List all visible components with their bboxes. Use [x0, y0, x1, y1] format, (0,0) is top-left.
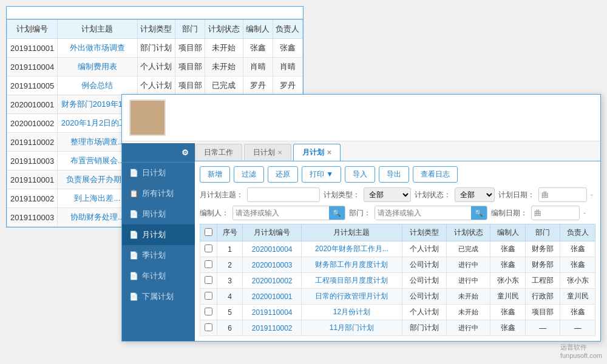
table-cell: 2020010001 [7, 95, 58, 114]
gear-icon[interactable]: ⚙ [181, 148, 189, 157]
table-cell: 个人计划 [402, 241, 446, 257]
sidebar-item-所有计划[interactable]: 📋 所有计划 [122, 183, 195, 204]
tab-close-icon[interactable]: ✕ [277, 149, 282, 156]
data-col-header: 计划类型 [402, 224, 446, 241]
tab-close-icon[interactable]: ✕ [327, 149, 331, 156]
data-col-header [200, 224, 217, 241]
editor-input-group: 🔍 [232, 206, 345, 220]
toolbar-btn-查看日志[interactable]: 查看日志 [413, 166, 458, 183]
row-checkbox[interactable] [205, 323, 212, 331]
toolbar: 新增过滤还原打印 ▼导入导出查看日志 [200, 166, 595, 183]
table-cell[interactable]: 编制费用表 [58, 58, 137, 76]
table-cell: 肖晴 [243, 58, 273, 76]
subject-input[interactable] [247, 187, 320, 202]
table-cell: 个人计划 [402, 305, 446, 320]
plan-icon: 📄 [129, 210, 138, 218]
status-select[interactable]: 全部未开始进行中已完成 [455, 187, 495, 202]
row-checkbox[interactable] [205, 260, 212, 268]
row-checkbox[interactable] [205, 308, 212, 315]
sidebar-item-日计划[interactable]: 📄 日计划 [122, 163, 195, 183]
table-cell: 张鑫 [560, 241, 595, 257]
toolbar-btn-导出[interactable]: 导出 [379, 166, 409, 183]
row-checkbox[interactable] [205, 292, 212, 300]
bg-col-header: 计划类型 [137, 20, 175, 39]
status-label: 计划状态： [415, 190, 451, 200]
toolbar-btn-导入[interactable]: 导入 [345, 166, 375, 183]
table-cell[interactable]: 2019110004 [243, 305, 302, 320]
bg-col-header: 负责人 [273, 20, 302, 39]
tab-label: 月计划 [302, 147, 324, 158]
table-cell: 未开始 [205, 58, 243, 76]
table-cell[interactable]: 11月部门计划 [302, 320, 402, 336]
editor-input[interactable] [233, 206, 329, 220]
table-cell[interactable]: 2020010004 [243, 241, 302, 257]
table-cell: 张鑫 [560, 257, 595, 273]
table-cell: 张鑫 [490, 257, 526, 273]
type-label: 计划类型： [324, 190, 360, 200]
sidebar-item-下属计划[interactable]: 📄 下属计划 [122, 286, 195, 307]
toolbar-btn-过滤[interactable]: 过滤 [234, 166, 264, 183]
toolbar-btn-打印 ▼[interactable]: 打印 ▼ [302, 166, 341, 183]
sidebar-item-月计划[interactable]: 📄 月计划 [122, 224, 195, 245]
table-cell: 4 [217, 289, 243, 305]
table-cell[interactable]: 例会总结 [58, 76, 137, 95]
create-date-start[interactable] [531, 206, 580, 220]
table-cell: 工程部 [525, 273, 560, 289]
table-cell: 2019110004 [7, 58, 58, 76]
table-cell[interactable]: 12月份计划 [302, 305, 402, 320]
table-cell[interactable]: 2019110002 [243, 320, 302, 336]
watermark: 远普软件funpusoft.com [560, 343, 602, 359]
dept-search-button[interactable]: 🔍 [471, 206, 487, 220]
date-start-input[interactable] [538, 187, 587, 202]
table-cell[interactable]: 日常的行政管理月计划 [302, 289, 402, 305]
table-row: 42020010001日常的行政管理月计划公司计划未开始童川民行政部童川民 [200, 289, 595, 305]
sidebar-item-年计划[interactable]: 📄 年计划 [122, 266, 195, 286]
table-cell: 张鑫 [243, 39, 273, 58]
table-cell: 2019110002 [7, 133, 58, 152]
editor-search-button[interactable]: 🔍 [329, 206, 345, 220]
tab-月计划[interactable]: 月计划✕ [293, 144, 341, 161]
table-cell: 公司计划 [402, 257, 446, 273]
sidebar: ⚙ 📄 日计划📋 所有计划📄 周计划📄 月计划📄 季计划📄 年计划📄 下属计划 [122, 143, 195, 341]
sidebar-header: ⚙ [122, 143, 195, 163]
table-row: 2019110001外出做市场调查部门计划项目部未开始张鑫张鑫 [7, 39, 303, 58]
table-cell[interactable]: 2020010003 [243, 257, 302, 273]
table-cell[interactable]: 工程项目部月度度计划 [302, 273, 402, 289]
table-cell: 公司计划 [402, 273, 446, 289]
table-cell[interactable]: 2020010001 [243, 289, 302, 305]
table-cell: 2019110001 [7, 170, 58, 189]
sidebar-item-label: 下属计划 [142, 291, 174, 302]
toolbar-btn-还原[interactable]: 还原 [268, 166, 298, 183]
tab-日计划[interactable]: 日计划✕ [244, 144, 291, 161]
table-cell[interactable]: 外出做市场调查 [58, 39, 137, 58]
sidebar-item-周计划[interactable]: 📄 周计划 [122, 204, 195, 224]
tab-日常工作[interactable]: 日常工作 [195, 144, 242, 161]
table-cell: 6 [217, 320, 243, 336]
table-cell: 未开始 [446, 305, 490, 320]
table-cell: 部门计划 [137, 39, 175, 58]
table-cell: 2019110003 [7, 152, 58, 170]
table-cell[interactable]: 财务部工作月度度计划 [302, 257, 402, 273]
sidebar-item-季计划[interactable]: 📄 季计划 [122, 245, 195, 266]
type-select[interactable]: 全部个人计划部门计划公司计划 [364, 187, 411, 202]
row-checkbox[interactable] [205, 244, 212, 252]
table-cell[interactable]: 2020年财务部工作月... [302, 241, 402, 257]
data-col-header: 负责人 [560, 224, 595, 241]
table-cell: 行政部 [525, 289, 560, 305]
table-cell[interactable]: 2020010002 [243, 273, 302, 289]
bg-col-header: 计划状态 [205, 20, 243, 39]
table-cell: 张鑫 [273, 39, 302, 58]
dept-input[interactable] [375, 206, 471, 220]
plan-icon: 📋 [129, 189, 138, 198]
bg-col-header: 部门 [175, 20, 205, 39]
toolbar-btn-新增[interactable]: 新增 [200, 166, 230, 183]
select-all-checkbox[interactable] [205, 228, 212, 236]
table-cell: 罗丹 [243, 76, 273, 95]
sidebar-item-label: 季计划 [142, 250, 166, 261]
table-cell: 2019110003 [7, 208, 58, 227]
date-label: 计划日期： [498, 190, 535, 200]
data-col-header: 计划状态 [446, 224, 490, 241]
bg-col-header: 计划编号 [7, 20, 58, 39]
table-cell: 张鑫 [560, 305, 595, 320]
row-checkbox[interactable] [205, 276, 212, 284]
